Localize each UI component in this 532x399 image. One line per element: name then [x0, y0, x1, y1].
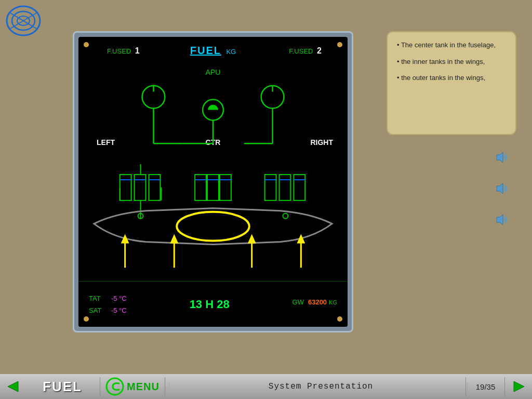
svg-rect-18 [149, 175, 160, 201]
tat-label: TAT [89, 295, 107, 302]
nav-divider-3 [466, 377, 466, 396]
nav-page-number: 19/35 [467, 382, 503, 391]
svg-rect-26 [195, 175, 206, 201]
svg-rect-28 [220, 175, 231, 201]
info-bullet-3: • the outer tanks in the wings, [397, 73, 506, 83]
svg-rect-16 [120, 175, 131, 201]
svg-rect-17 [135, 175, 146, 201]
svg-marker-44 [248, 234, 256, 244]
nav-divider-1 [100, 377, 100, 396]
nav-menu-area: MENU [101, 377, 164, 396]
next-button[interactable] [506, 374, 532, 399]
info-bullet-2: • the inner tanks in the wings, [397, 57, 506, 67]
f-used-right-num: 2 [317, 46, 322, 55]
ecam-screen: FUEL KG F.USED 1 F.USED 2 APU LEFT CTR R… [78, 37, 348, 327]
nav-divider-4 [504, 377, 505, 396]
sat-value: -5 °C [111, 307, 127, 314]
screw-tl [84, 42, 89, 47]
gw-value: 63200 [308, 298, 327, 306]
gw-unit: KG [329, 299, 337, 305]
svg-rect-33 [280, 175, 291, 201]
speaker-1[interactable] [495, 151, 510, 164]
speaker-3[interactable] [495, 213, 510, 227]
svg-marker-51 [497, 215, 503, 225]
time-display: 13 H 28 [190, 298, 230, 311]
fuel-unit: KG [226, 48, 236, 56]
data-bar: TAT -5 °C SAT -5 °C 13 H 28 GW 63200 K [78, 281, 348, 327]
svg-point-38 [177, 212, 249, 241]
fuel-title: FUEL [190, 45, 221, 56]
screw-bl [84, 316, 89, 322]
nav-bar: FUEL MENU System Presentation 19/35 [0, 374, 532, 399]
menu-button[interactable]: MENU [127, 381, 159, 393]
svg-point-53 [107, 378, 123, 395]
svg-point-48 [283, 214, 288, 219]
speaker-2[interactable] [495, 182, 510, 195]
svg-marker-50 [497, 183, 503, 194]
sat-label: SAT [89, 307, 107, 314]
ecam-panel: FUEL KG F.USED 1 F.USED 2 APU LEFT CTR R… [73, 31, 353, 332]
svg-marker-49 [497, 152, 503, 163]
menu-c-icon[interactable] [105, 377, 124, 396]
svg-marker-52 [8, 381, 18, 392]
svg-rect-32 [265, 175, 276, 201]
svg-marker-42 [170, 234, 178, 244]
info-box: • The center tank in the fuselage, • the… [387, 31, 516, 135]
gw-label: GW [292, 298, 304, 306]
nav-divider-2 [165, 377, 165, 396]
prev-button[interactable] [0, 374, 26, 399]
nav-title: FUEL [26, 379, 99, 395]
nav-section-title: System Presentation [169, 382, 464, 391]
tat-value: -5 °C [111, 295, 127, 302]
company-logo [5, 5, 42, 36]
fuel-diagram-svg [78, 63, 348, 286]
info-bullet-1: • The center tank in the fuselage, [397, 40, 506, 50]
f-used-left: F.USED 1 [107, 46, 140, 56]
svg-point-7 [203, 100, 223, 121]
svg-rect-34 [294, 175, 305, 201]
screw-tr [337, 42, 342, 47]
f-used-right: F.USED 2 [289, 46, 322, 56]
screw-br [337, 316, 342, 322]
svg-marker-54 [514, 381, 524, 392]
svg-rect-27 [207, 175, 219, 201]
f-used-left-num: 1 [135, 46, 140, 55]
